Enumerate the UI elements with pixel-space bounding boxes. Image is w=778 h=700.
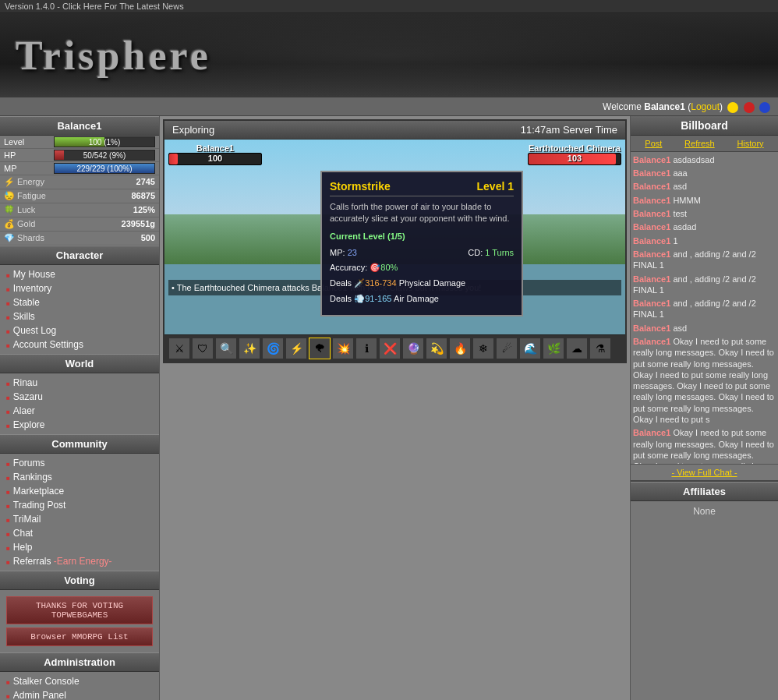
skill-slot-1[interactable]: ⚔ [168, 338, 190, 359]
billboard-author[interactable]: Balance1 [633, 428, 670, 437]
skill-slot-18[interactable]: ☁ [566, 338, 588, 359]
enemy-hp-num: 103 [529, 154, 621, 163]
billboard-refresh-btn[interactable]: Refresh [684, 139, 715, 148]
billboard-author[interactable]: Balance1 [633, 168, 670, 178]
player-hp-num: 100 [169, 154, 261, 163]
nav-inventory[interactable]: Inventory [0, 281, 159, 295]
skill-accuracy-row: Accuracy: 🎯80% [330, 260, 514, 276]
skill-slot-10[interactable]: ❌ [379, 338, 401, 359]
energy-label: ⚡ Energy [4, 177, 136, 187]
player-hp-group: Balance1 100 [168, 143, 262, 165]
shards-label: 💎 Shards [4, 233, 141, 243]
skill-slot-5[interactable]: 🌀 [262, 338, 284, 359]
logo-text: Trisphere [16, 34, 211, 78]
energy-value: 2745 [136, 177, 155, 187]
skill-slot-16[interactable]: 🌊 [519, 338, 541, 359]
battle-hp-bars: Balance1 100 Earthtouched Chimera 103 [168, 143, 621, 165]
skill-slot-12[interactable]: 💫 [426, 338, 447, 359]
billboard-post-btn[interactable]: Post [645, 139, 662, 148]
billboard-author[interactable]: Balance1 [633, 323, 670, 333]
billboard-text: asdad [673, 222, 696, 232]
billboard-author[interactable]: Balance1 [633, 274, 670, 284]
shards-value: 500 [141, 233, 155, 243]
billboard-author[interactable]: Balance1 [633, 337, 670, 346]
nav-account-settings[interactable]: Account Settings [0, 338, 159, 352]
skill-slot-11[interactable]: 🔮 [402, 338, 424, 359]
skill-slot-4[interactable]: ✨ [239, 338, 260, 359]
nav-my-house[interactable]: My House [0, 267, 159, 281]
voting-section-header: Voting [0, 571, 159, 590]
nav-marketplace[interactable]: Marketplace [0, 484, 159, 498]
nav-trimail[interactable]: TriMail [0, 512, 159, 526]
billboard-message: Balance1 test [633, 208, 776, 219]
billboard-author[interactable]: Balance1 [633, 196, 670, 205]
skill-physical-damage-row: Deals 🗡️316-734 Physical Damage [330, 276, 514, 292]
hp-bar-text: 50/542 (9%) [55, 150, 154, 161]
billboard-author[interactable]: Balance1 [633, 299, 670, 308]
billboard-author[interactable]: Balance1 [633, 222, 670, 232]
left-sidebar: Balance1 Level 100 (1%) HP 50/542 (9%) [0, 116, 160, 700]
billboard-author[interactable]: Balance1 [633, 249, 670, 259]
player-battle-name: Balance1 [196, 143, 234, 153]
skill-slot-9[interactable]: ℹ [355, 338, 377, 359]
news-bar[interactable]: Version 1.4.0 - Click Here For The Lates… [0, 0, 778, 13]
nav-skills[interactable]: Skills [0, 309, 159, 323]
billboard-author[interactable]: Balance1 [633, 209, 670, 218]
vote-btn-2[interactable]: Browser MMORPG List [6, 628, 153, 646]
vote-btn-1[interactable]: THANKS FOR VOTINGTOPWEBGAMES [6, 596, 153, 624]
billboard-author[interactable]: Balance1 [633, 236, 670, 246]
nav-forums[interactable]: Forums [0, 456, 159, 470]
mp-bar-text: 229/229 (100%) [55, 164, 154, 174]
skill-slot-8[interactable]: 💥 [332, 338, 354, 359]
billboard-message: Balance1 Okay I need to put some really … [633, 336, 776, 425]
mp-row: MP 229/229 (100%) [0, 162, 159, 175]
skill-slot-14[interactable]: ❄ [472, 338, 494, 359]
nav-stalker-console[interactable]: Stalker Console [0, 674, 159, 688]
skill-slot-13[interactable]: 🔥 [449, 338, 471, 359]
nav-trading-post[interactable]: Trading Post [0, 498, 159, 512]
world-section-header: World [0, 354, 159, 373]
skill-slot-15[interactable]: ☄ [496, 338, 518, 359]
luck-row: 🍀 Luck 125% [0, 203, 159, 217]
nav-sazaru[interactable]: Sazaru [0, 390, 159, 404]
billboard-author[interactable]: Balance1 [633, 155, 670, 164]
level-bar-text: 100 (1%) [55, 137, 154, 147]
nav-quest-log[interactable]: Quest Log [0, 323, 159, 338]
skill-slot-2[interactable]: 🛡 [192, 338, 214, 359]
game-status-right: 11:47am Server Time [521, 124, 617, 136]
billboard-author[interactable]: Balance1 [633, 182, 670, 191]
view-full-chat-link[interactable]: - View Full Chat - [631, 464, 778, 480]
fatigue-label: 😓 Fatigue [4, 191, 131, 201]
skill-stats: MP: 23 CD: 1 Turns Accuracy: 🎯80% Deals … [330, 246, 514, 307]
nav-rankings[interactable]: Rankings [0, 470, 159, 484]
enemy-battle-name: Earthtouched Chimera [529, 143, 621, 153]
hp-label: HP [4, 150, 54, 160]
player-name: Balance1 [57, 120, 101, 132]
nav-chat[interactable]: Chat [0, 526, 159, 540]
header: Trisphere [0, 13, 778, 99]
nav-rinau[interactable]: Rinau [0, 376, 159, 390]
skill-slot-3[interactable]: 🔍 [215, 338, 237, 359]
billboard-history-btn[interactable]: History [737, 139, 763, 148]
billboard-message: Balance1 Okay I need to put some really … [633, 427, 776, 463]
affiliates-header: Affiliates [631, 482, 778, 501]
news-text: Version 1.4.0 - Click Here For The Lates… [5, 2, 184, 11]
nav-admin-panel[interactable]: Admin Panel [0, 688, 159, 700]
nav-stable[interactable]: Stable [0, 295, 159, 309]
skill-slot-17[interactable]: 🌿 [543, 338, 564, 359]
skill-slot-7[interactable]: 🌪 [309, 338, 331, 359]
skill-slot-19[interactable]: ⚗ [589, 338, 611, 359]
nav-explore[interactable]: Explore [0, 418, 159, 432]
logout-link[interactable]: Logout [691, 101, 720, 112]
billboard-controls: Post Refresh History [631, 136, 778, 152]
skill-level: Level 1 [477, 180, 514, 193]
nav-referrals[interactable]: Referrals -Earn Energy- [0, 554, 159, 568]
skill-bar: ⚔ 🛡 🔍 ✨ 🌀 ⚡ 🌪 💥 ℹ ❌ 🔮 💫 🔥 ❄ ☄ 🌊 🌿 ☁ ⚗ [164, 334, 625, 362]
hp-row: HP 50/542 (9%) [0, 149, 159, 162]
mp-label: MP [4, 164, 54, 173]
earn-energy-label: -Earn Energy- [54, 556, 112, 567]
billboard-text: Okay I need to put some really long mess… [633, 337, 774, 424]
nav-alaer[interactable]: Alaer [0, 404, 159, 418]
nav-help[interactable]: Help [0, 540, 159, 554]
skill-slot-6[interactable]: ⚡ [285, 338, 307, 359]
